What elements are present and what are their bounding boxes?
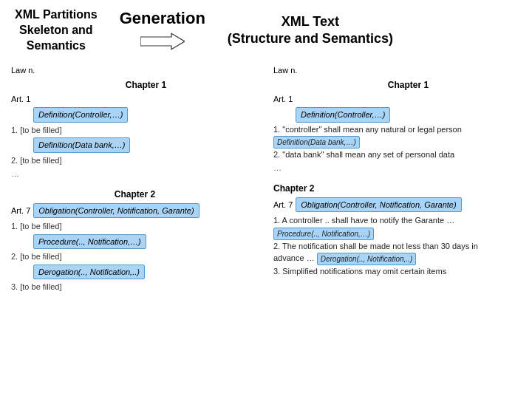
right-law-label: Law n. <box>273 64 521 77</box>
right-definition-databank-box: Definition(Data bank,…) <box>273 136 360 149</box>
left-art1-label: Art. 1 <box>11 93 259 106</box>
right-procedure-box: Procedure(.., Notification,…) <box>273 228 374 240</box>
page: XML Partitions Skeleton and Semantics Ge… <box>0 0 532 399</box>
right-derogation-box: Derogation(.., Notification,..) <box>317 253 417 265</box>
left-item2-ch2: 2. [to be filled] <box>11 250 259 263</box>
right-column: Law n. Chapter 1 Art. 1 Definition(Contr… <box>270 61 525 395</box>
header: XML Partitions Skeleton and Semantics Ge… <box>0 0 532 61</box>
right-art1-label: Art. 1 <box>273 93 521 106</box>
right-definition-controller-box: Definition(Controller,…) <box>296 107 390 123</box>
left-derogation-box: Derogation(.., Notification,..) <box>33 265 145 280</box>
right-ellipsis1: … <box>273 162 521 174</box>
left-chapter1-label: Chapter 1 <box>33 78 259 92</box>
left-law-label: Law n. <box>11 64 259 77</box>
right-text2: 2. "data bank" shall mean any set of per… <box>273 149 521 161</box>
left-obligation-box: Obligation(Controller, Notification, Gar… <box>33 203 199 219</box>
arrow-icon <box>140 31 185 52</box>
right-art7-row: Art. 7 Obligation(Controller, Notificati… <box>273 197 521 214</box>
arrow-section: Generation <box>120 9 205 52</box>
right-chapter1-label: Chapter 1 <box>296 78 521 92</box>
left-title: XML Partitions Skeleton and Semantics <box>15 7 98 53</box>
left-chapter2-label: Chapter 2 <box>11 188 259 201</box>
right-chapter2-label: Chapter 2 <box>273 182 314 195</box>
left-ellipsis1: … <box>11 168 259 180</box>
right-text2-ch2: 2. The notification shall be made not le… <box>273 240 521 253</box>
left-item1-ch2: 1. [to be filled] <box>11 220 259 233</box>
main-content: Law n. Chapter 1 Art. 1 Definition(Contr… <box>0 61 532 399</box>
right-title: XML Text (Structure and Semantics) <box>228 13 393 48</box>
left-art7-row: Art. 7 Obligation(Controller, Notificati… <box>11 202 259 219</box>
left-item3-ch2: 3. [to be filled] <box>11 281 259 293</box>
right-text1-ch2: 1. A controller .. shall have to notify … <box>273 214 521 239</box>
left-item2: 2. [to be filled] <box>11 154 259 167</box>
left-definition-databank-box: Definition(Data bank,…) <box>33 137 130 153</box>
right-chapter2-row: Chapter 2 <box>273 182 521 195</box>
left-chapter2-section: Chapter 2 Art. 7 Obligation(Controller, … <box>11 188 259 293</box>
generation-label: Generation <box>120 9 205 28</box>
left-column: Law n. Chapter 1 Art. 1 Definition(Contr… <box>7 61 262 395</box>
left-item1: 1. [to be filled] <box>11 124 259 137</box>
right-art7-label: Art. 7 <box>273 199 293 211</box>
left-art7-label: Art. 7 <box>11 205 30 217</box>
right-chapter2-section: Chapter 2 Art. 7 Obligation(Controller, … <box>273 182 521 277</box>
left-definition-controller-box: Definition(Controller,…) <box>33 107 128 123</box>
right-text2b-ch2: advance … Derogation(.., Notification,..… <box>273 252 521 265</box>
left-procedure-box: Procedure(.., Notification,…) <box>33 234 146 250</box>
right-text3-ch2: 3. Simplified notifications may omit cer… <box>273 265 521 278</box>
svg-marker-0 <box>140 33 185 50</box>
right-text1: 1. "controller" shall mean any natural o… <box>273 123 521 149</box>
right-obligation-box: Obligation(Controller, Notification, Gar… <box>296 197 461 213</box>
